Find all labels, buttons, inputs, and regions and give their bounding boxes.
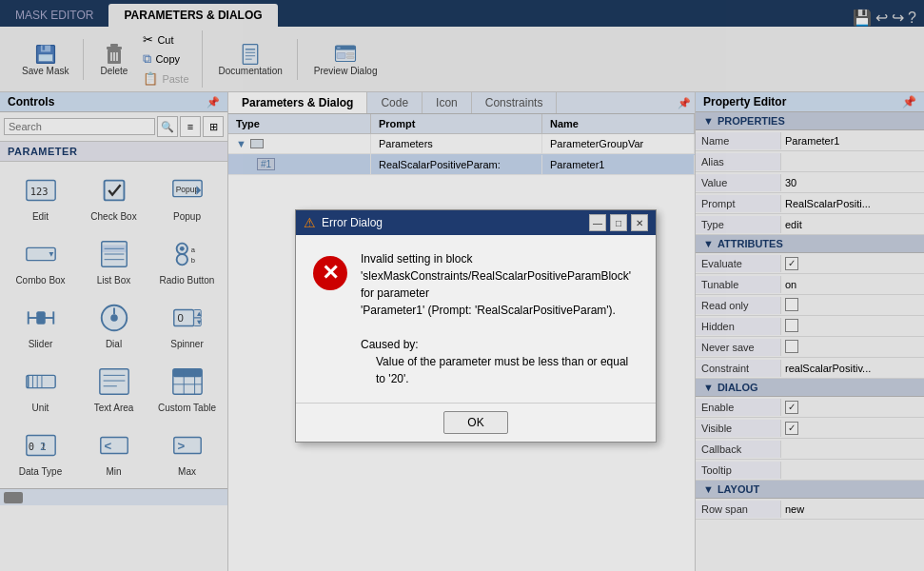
modal-ok-button[interactable]: OK xyxy=(443,411,507,434)
error-icon-small: ⚠ xyxy=(304,215,316,230)
modal-titlebar: ⚠ Error Dialog — □ ✕ xyxy=(296,210,656,235)
modal-controls: — □ ✕ xyxy=(589,214,648,231)
modal-minimize-button[interactable]: — xyxy=(589,214,606,231)
modal-message-line3: 'Parameter1' (Prompt: 'RealScalarPositiv… xyxy=(361,304,616,317)
caused-by-text: Value of the parameter must be less than… xyxy=(361,353,640,387)
modal-message-line2: 'slexMaskConstraints/RealScalarPositiveP… xyxy=(361,269,631,300)
caused-by-label: Caused by: xyxy=(361,338,419,351)
modal-title: ⚠ Error Dialog xyxy=(304,215,383,230)
modal-body: ✕ Invalid setting in block 'slexMaskCons… xyxy=(296,235,656,403)
modal-title-text: Error Dialog xyxy=(322,216,383,229)
modal-close-button[interactable]: ✕ xyxy=(631,214,648,231)
modal-error-icon: ✕ xyxy=(311,254,349,387)
svg-text:✕: ✕ xyxy=(322,261,339,285)
modal-footer: OK xyxy=(296,403,656,442)
modal-overlay: ⚠ Error Dialog — □ ✕ ✕ Invalid setting i… xyxy=(0,0,924,571)
modal-message-line1: Invalid setting in block xyxy=(361,252,472,266)
error-dialog: ⚠ Error Dialog — □ ✕ ✕ Invalid setting i… xyxy=(295,209,657,443)
modal-message: Invalid setting in block 'slexMaskConstr… xyxy=(361,250,640,387)
modal-restore-button[interactable]: □ xyxy=(610,214,627,231)
